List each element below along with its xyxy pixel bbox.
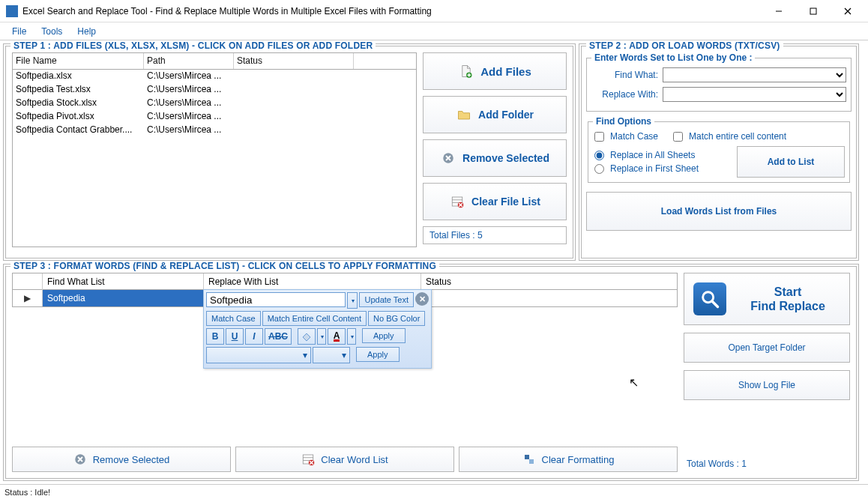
step3-panel: STEP 3 : FORMAT WORDS (FIND & REPLACE LI… <box>3 264 859 481</box>
match-case-checkbox[interactable]: Match Case <box>593 131 658 142</box>
svg-line-14 <box>713 302 718 307</box>
load-words-button[interactable]: Load Words List from Files <box>586 192 852 231</box>
add-files-button[interactable]: Add Files <box>423 52 567 90</box>
step3-remove-selected-button[interactable]: Remove Selected <box>12 447 231 472</box>
file-row[interactable]: Softpedia.xlsxC:\Users\Mircea ... <box>13 70 416 83</box>
editor-close-icon[interactable]: ✕ <box>415 292 429 306</box>
svg-rect-1 <box>810 8 816 14</box>
step2-title: STEP 2 : ADD OR LOAD WORDS (TXT/CSV) <box>586 40 783 51</box>
replace-with-input[interactable] <box>663 87 846 102</box>
remove-selected-button[interactable]: Remove Selected <box>423 139 567 177</box>
clear-format-icon <box>522 453 536 466</box>
enter-words-legend: Enter Words Set to List One by One : <box>591 52 755 63</box>
match-entire-checkbox[interactable]: Match entire cell content <box>672 131 786 142</box>
show-log-file-button[interactable]: Show Log File <box>684 370 850 400</box>
cell-find[interactable]: Softpedia <box>43 290 204 306</box>
cell-status <box>421 290 677 306</box>
menubar: File Tools Help <box>0 22 868 40</box>
add-to-list-button[interactable]: Add to List <box>737 146 845 178</box>
fill-bucket-icon <box>301 331 312 342</box>
file-add-icon <box>458 63 474 79</box>
strikethrough-button[interactable]: ABC <box>265 328 292 345</box>
bold-button[interactable]: B <box>206 328 224 345</box>
editor-no-bg-button[interactable]: No BG Color <box>368 311 425 326</box>
clear-formatting-button[interactable]: Clear Formatting <box>459 447 678 472</box>
col-path[interactable]: Path <box>144 53 234 69</box>
total-words-label: Total Words : 1 <box>684 456 850 472</box>
col-status[interactable]: Status <box>234 53 354 69</box>
font-color-button[interactable]: A <box>328 328 346 345</box>
file-row[interactable]: Softpedia Stock.xlsxC:\Users\Mircea ... <box>13 97 416 110</box>
add-folder-button[interactable]: Add Folder <box>423 96 567 133</box>
status-text: Status : Idle! <box>4 488 50 497</box>
clear-list-icon <box>301 453 315 466</box>
replace-with-label: Replace With: <box>591 89 663 100</box>
step1-panel: STEP 1 : ADD FILES (XLS, XLSX, XLSM) - C… <box>3 43 576 261</box>
update-text-button[interactable]: Update Text <box>359 292 414 307</box>
clear-file-list-button[interactable]: Clear File List <box>423 183 567 220</box>
file-table: File Name Path Status Softpedia.xlsxC:\U… <box>12 52 417 247</box>
font-color-dropdown[interactable] <box>347 328 356 345</box>
replace-all-radio[interactable]: Replace in All Sheets <box>593 150 699 160</box>
find-what-label: Find What: <box>591 70 663 80</box>
menu-file[interactable]: File <box>4 24 34 39</box>
find-what-input[interactable] <box>663 67 846 82</box>
delete-icon <box>73 453 87 466</box>
app-icon <box>6 5 18 17</box>
menu-tools[interactable]: Tools <box>34 24 70 39</box>
maximize-button[interactable] <box>796 0 831 22</box>
svg-rect-12 <box>529 459 534 464</box>
statusbar: Status : Idle! <box>0 484 868 499</box>
start-find-replace-button[interactable]: StartFind Replace <box>684 273 850 325</box>
font-name-dropdown[interactable]: ▾ <box>206 347 311 363</box>
file-row[interactable]: Softpedia Pivot.xlsxC:\Users\Mircea ... <box>13 110 416 124</box>
clear-list-icon <box>449 193 465 210</box>
editor-text-input[interactable] <box>206 292 346 307</box>
bg-color-dropdown[interactable] <box>317 328 326 345</box>
editor-apply1-button[interactable]: Apply <box>362 328 406 343</box>
bg-color-button[interactable] <box>298 328 316 345</box>
editor-text-dropdown[interactable] <box>347 292 358 309</box>
total-files-label: Total Files : 5 <box>423 226 567 244</box>
step2-panel: STEP 2 : ADD OR LOAD WORDS (TXT/CSV) Ent… <box>579 43 859 261</box>
editor-apply2-button[interactable]: Apply <box>356 347 400 362</box>
file-row[interactable]: Softpedia Contact Grabber....C:\Users\Mi… <box>13 124 416 137</box>
col-find-list[interactable]: Find What List <box>43 273 204 290</box>
step3-title: STEP 3 : FORMAT WORDS (FIND & REPLACE LI… <box>10 261 439 271</box>
row-indicator-icon: ▶ <box>13 290 43 306</box>
search-icon <box>693 282 726 315</box>
titlebar: Excel Search and Replace Tool - Find & R… <box>0 0 868 22</box>
replace-first-radio[interactable]: Replace in First Sheet <box>593 163 699 174</box>
open-target-folder-button[interactable]: Open Target Folder <box>684 333 850 363</box>
find-options-legend: Find Options <box>593 116 654 127</box>
col-status-list[interactable]: Status <box>421 273 677 290</box>
editor-match-entire-button[interactable]: Match Entire Cell Content <box>262 311 367 326</box>
file-row[interactable]: Softpedia Test.xlsxC:\Users\Mircea ... <box>13 83 416 97</box>
minimize-button[interactable] <box>762 0 796 22</box>
window-title: Excel Search and Replace Tool - Find & R… <box>22 6 762 16</box>
row-header-col <box>13 273 43 290</box>
folder-icon <box>456 106 472 123</box>
clear-word-list-button[interactable]: Clear Word List <box>235 447 454 472</box>
delete-icon <box>440 150 456 166</box>
menu-help[interactable]: Help <box>70 24 103 39</box>
italic-button[interactable]: I <box>245 328 263 345</box>
close-button[interactable] <box>831 0 865 22</box>
underline-button[interactable]: U <box>226 328 244 345</box>
step1-title: STEP 1 : ADD FILES (XLS, XLSX, XLSM) - C… <box>10 40 376 51</box>
col-filename[interactable]: File Name <box>13 53 144 69</box>
cell-editor-popup: Update Text ✕ Match Case Match Entire Ce… <box>203 289 432 369</box>
svg-rect-11 <box>525 455 529 459</box>
cursor-icon: ↖ <box>629 375 639 390</box>
col-replace-list[interactable]: Replace With List <box>204 273 421 290</box>
editor-match-case-button[interactable]: Match Case <box>206 311 261 326</box>
font-size-dropdown[interactable]: ▾ <box>313 347 350 363</box>
